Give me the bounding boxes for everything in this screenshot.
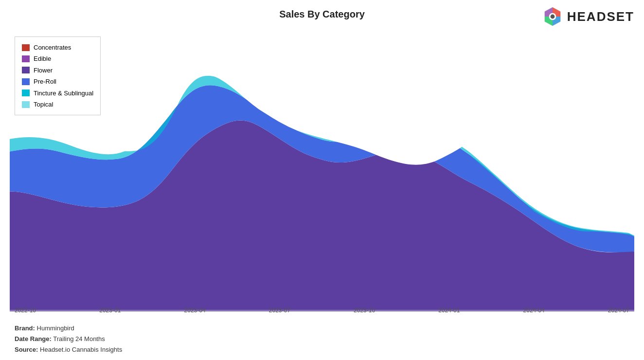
legend-swatch-preroll	[22, 78, 30, 85]
legend-swatch-tincture	[22, 90, 30, 96]
legend-label-topical: Topical	[34, 99, 53, 110]
date-range-value: Trailing 24 Months	[53, 335, 105, 342]
legend-swatch-edible	[22, 55, 30, 62]
brand-value: Hummingbird	[37, 324, 74, 332]
legend-item-topical: Topical	[22, 99, 93, 110]
source-label: Source:	[15, 346, 38, 353]
legend-swatch-topical	[22, 101, 30, 108]
x-label-0: 2022-10	[15, 307, 36, 314]
chart-legend: Concentrates Edible Flower Pre-Roll Tinc…	[15, 36, 101, 115]
legend-label-tincture: Tincture & Sublingual	[34, 88, 93, 99]
source-value: Headset.io Cannabis Insights	[40, 346, 122, 353]
logo-text: HEADSET	[567, 9, 634, 24]
date-range-label: Date Range:	[15, 335, 52, 342]
footer-brand: Brand: Hummingbird	[15, 323, 122, 334]
legend-label-flower: Flower	[34, 65, 53, 76]
legend-swatch-flower	[22, 67, 30, 73]
x-label-3: 2023-07	[269, 307, 290, 314]
x-label-2: 2023-04	[184, 307, 206, 314]
chart-footer: Brand: Hummingbird Date Range: Trailing …	[15, 323, 122, 355]
svg-point-2	[550, 15, 555, 19]
page-container: HEADSET Sales By Category Concentrates E…	[0, 0, 644, 360]
x-label-1: 2023-01	[99, 307, 121, 314]
x-label-7: 2024-07	[608, 307, 629, 314]
footer-date-range: Date Range: Trailing 24 Months	[15, 334, 122, 344]
x-label-6: 2024-04	[523, 307, 545, 314]
footer-source: Source: Headset.io Cannabis Insights	[15, 344, 122, 355]
brand-label: Brand:	[15, 324, 35, 332]
legend-item-concentrates: Concentrates	[22, 42, 93, 53]
legend-label-concentrates: Concentrates	[34, 42, 71, 53]
legend-item-edible: Edible	[22, 53, 93, 64]
legend-item-preroll: Pre-Roll	[22, 76, 93, 87]
x-label-4: 2023-10	[354, 307, 375, 314]
legend-label-edible: Edible	[34, 53, 51, 64]
legend-label-preroll: Pre-Roll	[34, 76, 56, 87]
chart-area	[10, 32, 634, 311]
x-label-5: 2024-01	[438, 307, 460, 314]
headset-logo-icon	[542, 6, 563, 27]
legend-item-tincture: Tincture & Sublingual	[22, 88, 93, 99]
logo: HEADSET	[542, 6, 634, 27]
chart-svg	[10, 32, 634, 311]
legend-item-flower: Flower	[22, 65, 93, 76]
legend-swatch-concentrates	[22, 44, 30, 51]
x-axis: 2022-10 2023-01 2023-04 2023-07 2023-10 …	[15, 307, 629, 314]
